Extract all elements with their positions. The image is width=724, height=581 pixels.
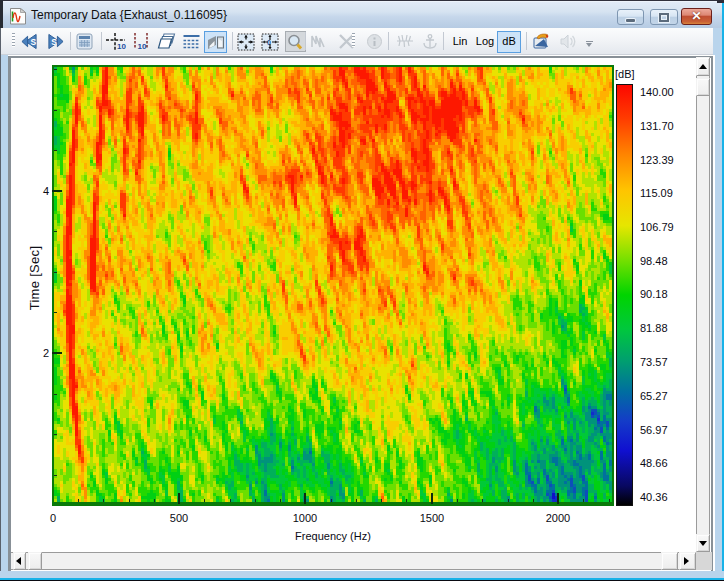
svg-text:S: S [30, 37, 36, 47]
svg-text:10: 10 [117, 42, 126, 51]
svg-text:S: S [51, 37, 57, 47]
svg-text:10: 10 [138, 42, 147, 51]
